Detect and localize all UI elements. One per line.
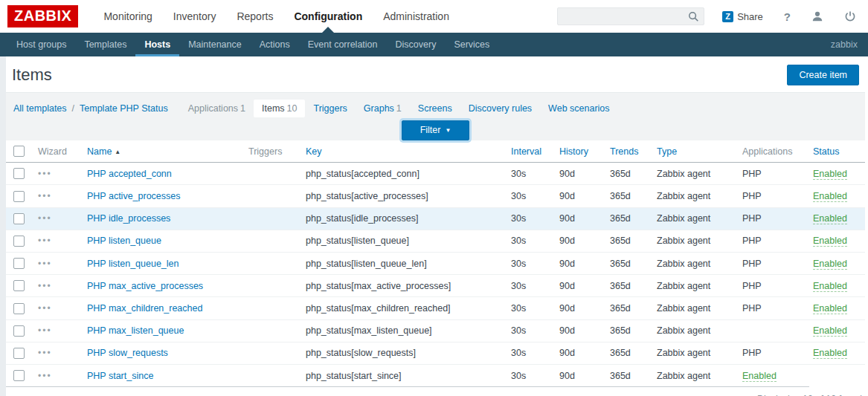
row-checkbox[interactable] bbox=[13, 213, 25, 224]
menu-reports[interactable]: Reports bbox=[226, 0, 283, 33]
help-icon[interactable]: ? bbox=[784, 10, 791, 23]
wizard-menu-icon[interactable]: ••• bbox=[38, 281, 52, 291]
status-toggle-link[interactable]: Enabled bbox=[813, 169, 847, 180]
status-toggle-link[interactable]: Enabled bbox=[813, 236, 847, 247]
col-key-sort[interactable]: Key bbox=[306, 146, 322, 157]
item-type: Zabbix agent bbox=[653, 253, 739, 275]
row-checkbox[interactable] bbox=[13, 280, 25, 291]
select-all-checkbox[interactable] bbox=[13, 146, 25, 157]
row-checkbox[interactable] bbox=[13, 191, 25, 202]
col-status-sort[interactable]: Status bbox=[813, 146, 839, 157]
wizard-menu-icon[interactable]: ••• bbox=[38, 325, 52, 336]
menu-monitoring[interactable]: Monitoring bbox=[93, 0, 162, 33]
tab-discovery-rules[interactable]: Discovery rules bbox=[460, 100, 540, 117]
wizard-menu-icon[interactable]: ••• bbox=[38, 236, 52, 246]
item-name-link[interactable]: PHP accepted_conn bbox=[87, 169, 172, 179]
item-key: php_status[listen_queue_len] bbox=[302, 253, 507, 275]
filter-button[interactable]: Filter▼ bbox=[402, 120, 470, 140]
item-name-link[interactable]: PHP start_since bbox=[87, 371, 153, 381]
item-key: php_status[active_processes] bbox=[302, 185, 507, 207]
sort-asc-icon: ▲ bbox=[115, 149, 120, 155]
wizard-menu-icon[interactable]: ••• bbox=[38, 303, 52, 314]
create-item-button[interactable]: Create item bbox=[787, 65, 859, 85]
status-toggle-link[interactable]: Enabled bbox=[742, 371, 777, 382]
triggers-cell bbox=[245, 297, 302, 319]
tab-items-selected[interactable]: Items10 bbox=[254, 100, 305, 117]
row-checkbox[interactable] bbox=[13, 258, 25, 269]
menu-configuration[interactable]: Configuration bbox=[283, 0, 373, 33]
main-menu: Monitoring Inventory Reports Configurati… bbox=[93, 0, 459, 33]
search-input[interactable] bbox=[557, 7, 704, 25]
wizard-menu-icon[interactable]: ••• bbox=[38, 213, 52, 224]
status-toggle-link[interactable]: Enabled bbox=[813, 191, 847, 202]
row-checkbox[interactable] bbox=[13, 348, 25, 359]
row-count-summary: Displaying 10 of 10 found bbox=[6, 387, 865, 396]
item-name-link[interactable]: PHP listen_queue bbox=[87, 236, 161, 246]
row-checkbox[interactable] bbox=[13, 168, 25, 179]
tab-applications[interactable]: Applications1 bbox=[180, 100, 254, 117]
menu-administration[interactable]: Administration bbox=[373, 0, 460, 33]
item-type: Zabbix agent bbox=[653, 342, 739, 364]
col-name-sort[interactable]: Name bbox=[87, 146, 112, 157]
subnav-discovery[interactable]: Discovery bbox=[387, 33, 446, 56]
col-history-sort[interactable]: History bbox=[559, 146, 588, 157]
status-toggle-link[interactable]: Enabled bbox=[813, 303, 847, 314]
subnav-actions[interactable]: Actions bbox=[251, 33, 299, 56]
wizard-menu-icon[interactable]: ••• bbox=[38, 371, 52, 381]
col-trends-sort[interactable]: Trends bbox=[610, 146, 638, 157]
status-toggle-link[interactable]: Enabled bbox=[813, 348, 847, 359]
subnav-event-correlation[interactable]: Event correlation bbox=[299, 33, 387, 56]
item-name-link[interactable]: PHP max_children_reached bbox=[87, 303, 202, 314]
tab-graphs[interactable]: Graphs1 bbox=[356, 100, 410, 117]
status-toggle-link[interactable]: Enabled bbox=[813, 259, 847, 270]
subnav-maintenance[interactable]: Maintenance bbox=[179, 33, 251, 56]
item-name-link[interactable]: PHP idle_processes bbox=[87, 213, 170, 224]
subnav-templates[interactable]: Templates bbox=[75, 33, 135, 56]
table-row-highlighted: ••• PHP idle_processes php_status[idle_p… bbox=[6, 207, 865, 230]
subnav-services[interactable]: Services bbox=[445, 33, 498, 56]
wizard-menu-icon[interactable]: ••• bbox=[38, 191, 52, 201]
wizard-menu-icon[interactable]: ••• bbox=[38, 259, 52, 269]
item-history: 90d bbox=[556, 185, 606, 207]
col-type-sort[interactable]: Type bbox=[657, 146, 677, 157]
tab-web-scenarios[interactable]: Web scenarios bbox=[540, 100, 617, 117]
tab-label: Screens bbox=[418, 103, 452, 114]
row-checkbox[interactable] bbox=[13, 325, 25, 337]
wizard-menu-icon[interactable]: ••• bbox=[38, 348, 52, 358]
item-trends: 365d bbox=[606, 365, 653, 387]
col-interval-sort[interactable]: Interval bbox=[511, 146, 541, 157]
logout-icon[interactable] bbox=[844, 10, 856, 22]
item-type: Zabbix agent bbox=[653, 297, 739, 319]
row-checkbox[interactable] bbox=[13, 370, 25, 381]
wizard-menu-icon[interactable]: ••• bbox=[38, 169, 52, 179]
item-name-link[interactable]: PHP max_listen_queue bbox=[87, 325, 184, 336]
share-link[interactable]: Z Share bbox=[722, 11, 763, 22]
tab-screens[interactable]: Screens bbox=[410, 100, 460, 117]
item-trends: 365d bbox=[606, 253, 653, 275]
profile-icon[interactable] bbox=[811, 10, 823, 22]
row-checkbox[interactable] bbox=[13, 303, 25, 314]
table-row: ••• PHP slow_requests php_status[slow_re… bbox=[6, 342, 865, 364]
row-checkbox[interactable] bbox=[13, 236, 25, 247]
breadcrumb-all-templates[interactable]: All templates bbox=[13, 103, 67, 114]
status-toggle-link[interactable]: Enabled bbox=[813, 213, 847, 224]
item-name-link[interactable]: PHP max_active_processes bbox=[87, 281, 203, 291]
item-trends: 365d bbox=[606, 319, 653, 342]
subnav-hosts[interactable]: Hosts bbox=[135, 33, 179, 56]
triggers-cell bbox=[245, 207, 302, 230]
search-icon[interactable] bbox=[688, 11, 699, 22]
item-name-link[interactable]: PHP listen_queue_len bbox=[87, 259, 179, 269]
item-name-link[interactable]: PHP slow_requests bbox=[87, 348, 168, 358]
breadcrumb-template[interactable]: Template PHP Status bbox=[80, 103, 168, 114]
status-toggle-link[interactable]: Enabled bbox=[813, 325, 847, 337]
item-name-link[interactable]: PHP active_processes bbox=[87, 191, 181, 201]
item-interval: 30s bbox=[507, 275, 556, 297]
status-toggle-link[interactable]: Enabled bbox=[813, 281, 847, 292]
item-trends: 365d bbox=[606, 207, 653, 230]
zabbix-logo[interactable]: ZABBIX bbox=[7, 5, 78, 27]
triggers-cell bbox=[245, 253, 302, 275]
item-key: php_status[listen_queue] bbox=[302, 230, 507, 252]
tab-triggers[interactable]: Triggers bbox=[305, 100, 355, 117]
subnav-host-groups[interactable]: Host groups bbox=[7, 33, 75, 56]
menu-inventory[interactable]: Inventory bbox=[163, 0, 227, 33]
